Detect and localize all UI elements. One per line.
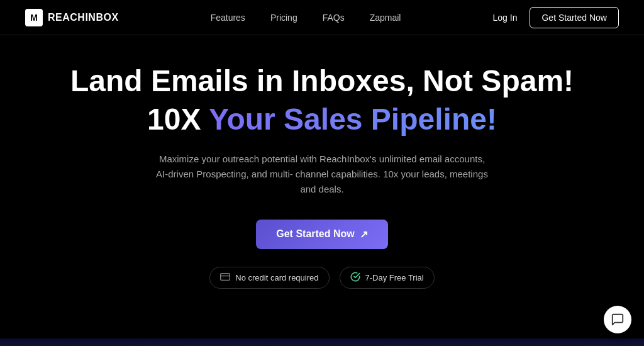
check-circle-icon bbox=[350, 272, 360, 284]
hero-subtitle: Maximize your outreach potential with Re… bbox=[152, 152, 492, 197]
hero-title-line1: Land Emails in Inboxes, Not Spam! bbox=[70, 65, 574, 98]
hero-section: Land Emails in Inboxes, Not Spam! 10X Yo… bbox=[0, 35, 644, 306]
nav-item-faqs[interactable]: FAQs bbox=[323, 12, 345, 23]
get-started-hero-label: Get Started Now bbox=[276, 228, 354, 240]
nav-links: Features Pricing FAQs Zapmail bbox=[211, 12, 401, 23]
navbar: M REACHINBOX Features Pricing FAQs Zapma… bbox=[0, 0, 644, 35]
chat-icon bbox=[611, 313, 625, 326]
badge-no-credit-card: No credit card required bbox=[209, 267, 329, 289]
get-started-hero-button[interactable]: Get Started Now ↗ bbox=[256, 220, 387, 249]
chat-button[interactable] bbox=[604, 306, 631, 333]
credit-card-icon bbox=[220, 272, 230, 284]
logo-letter: M bbox=[30, 13, 38, 23]
hero-title-purple: Your Sales Pipeline! bbox=[209, 103, 497, 136]
badge-no-credit-card-text: No credit card required bbox=[235, 273, 318, 282]
nav-item-pricing[interactable]: Pricing bbox=[270, 12, 297, 23]
badge-free-trial: 7-Day Free Trial bbox=[340, 267, 435, 289]
login-button[interactable]: Log In bbox=[493, 13, 518, 23]
hero-badges: No credit card required 7-Day Free Trial bbox=[209, 267, 434, 289]
get-started-nav-button[interactable]: Get Started Now bbox=[530, 7, 619, 28]
arrow-icon: ↗ bbox=[360, 228, 368, 240]
svg-rect-0 bbox=[221, 273, 230, 280]
hero-title-line2: 10X Your Sales Pipeline! bbox=[147, 103, 497, 137]
hero-title-white: 10X bbox=[147, 103, 201, 136]
logo-icon: M bbox=[25, 9, 43, 26]
bottom-bar bbox=[0, 338, 644, 346]
nav-item-features[interactable]: Features bbox=[211, 12, 245, 23]
nav-item-zapmail[interactable]: Zapmail bbox=[370, 12, 401, 23]
badge-free-trial-text: 7-Day Free Trial bbox=[365, 273, 424, 282]
logo[interactable]: M REACHINBOX bbox=[25, 9, 119, 26]
logo-text: REACHINBOX bbox=[48, 12, 119, 23]
nav-actions: Log In Get Started Now bbox=[493, 7, 619, 28]
